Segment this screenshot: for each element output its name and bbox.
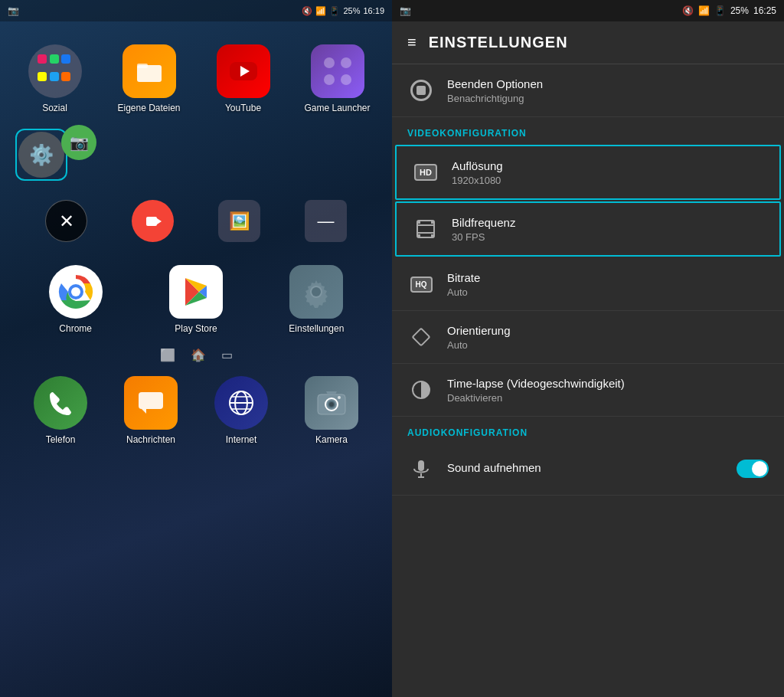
settings-title: EINSTELLUNGEN — [429, 34, 568, 51]
timelapse-text: Time-lapse (Videogeschwindigkeit) Deakti… — [447, 377, 769, 404]
rotate-svg — [410, 326, 432, 348]
app-label-kamera: Kamera — [315, 434, 348, 445]
settings-teal-border: ⚙️ — [15, 129, 67, 181]
nachrichten-icon — [124, 376, 178, 430]
kamera-icon — [305, 376, 358, 430]
settings-item-bildfrequenz[interactable]: Bildfrequenz 30 FPS — [395, 201, 781, 257]
aufloesung-title: Auflösung — [452, 159, 764, 172]
film-icon — [412, 215, 439, 243]
controls-row: ✕ 🖼️ — — [0, 196, 392, 250]
hq-icon: HQ — [407, 270, 435, 298]
bildfrequenz-subtitle: 30 FPS — [452, 231, 764, 243]
bottom-dock: Telefon Nachrichten — [0, 368, 392, 460]
mute-icon: 🔇 — [302, 6, 312, 16]
svg-rect-1 — [137, 64, 148, 68]
folder-grid — [38, 54, 72, 89]
svg-point-5 — [341, 57, 351, 68]
svg-rect-40 — [413, 329, 430, 346]
bitrate-subtitle: Auto — [447, 286, 769, 298]
folder-app-3 — [61, 54, 70, 64]
app-kamera[interactable]: Kamera — [289, 376, 374, 445]
mic-icon — [407, 455, 435, 483]
app-label-eigene-dateien: Eigene Dateien — [117, 103, 180, 113]
orientierung-text: Orientierung Auto — [447, 324, 769, 351]
app-label-chrome: Chrome — [59, 323, 92, 334]
orientierung-title: Orientierung — [447, 324, 769, 337]
camera-svg — [315, 387, 348, 419]
nav-recent[interactable]: ▭ — [221, 348, 233, 362]
app-eigene-dateien[interactable]: Eigene Dateien — [107, 44, 191, 113]
eigene-dateien-icon — [122, 44, 176, 98]
app-sozial[interactable]: Sozial — [13, 44, 97, 113]
time-left: 16:19 — [363, 6, 384, 15]
green-camera-button[interactable]: 📷 — [61, 125, 96, 160]
settings-item-sound[interactable]: Sound aufnehmen — [392, 443, 784, 496]
app-nachrichten[interactable]: Nachrichten — [109, 376, 193, 445]
settings-item-beenden[interactable]: Beenden Optionen Benachrichtigung — [392, 64, 784, 117]
svg-rect-38 — [417, 234, 420, 237]
settings-container[interactable]: ⚙️ — [15, 129, 67, 181]
halfcircle-svg — [410, 379, 432, 401]
sound-toggle[interactable] — [737, 460, 769, 478]
stop-circle — [410, 80, 432, 101]
svg-point-19 — [312, 287, 321, 296]
right-signal-icon: 📱 — [714, 5, 726, 16]
settings-item-bitrate[interactable]: HQ Bitrate Auto — [392, 258, 784, 311]
record-button[interactable] — [132, 200, 174, 242]
apps-row-1: Sozial Eigene Dateien — [0, 21, 392, 121]
mic-svg — [410, 458, 432, 479]
youtube-svg — [227, 54, 260, 88]
settings-icon: ⚙️ — [18, 132, 64, 178]
bitrate-title: Bitrate — [447, 271, 769, 284]
close-button[interactable]: ✕ — [45, 200, 87, 242]
svg-point-31 — [329, 402, 334, 407]
settings-list: Beenden Optionen Benachrichtigung VIDEOK… — [392, 64, 784, 697]
minus-bar[interactable]: — — [305, 200, 347, 242]
app-telefon[interactable]: Telefon — [18, 376, 103, 445]
apps-row-2: Chrome Play Store — [0, 257, 392, 342]
app-game-launcher[interactable]: Game Launcher — [296, 44, 380, 113]
home-screen: Sozial Eigene Dateien — [0, 21, 392, 697]
halfcircle-icon — [407, 376, 435, 404]
nav-bar: ⬜ 🏠 ▭ — [0, 342, 392, 368]
battery-left: 25% — [343, 6, 360, 15]
internet-svg — [226, 388, 256, 418]
gallery-icon[interactable]: 🖼️ — [218, 200, 260, 242]
hamburger-icon[interactable]: ≡ — [407, 34, 416, 51]
section-audio: AUDIOKONFIGURATION — [392, 417, 784, 443]
settings-item-timelapse[interactable]: Time-lapse (Videogeschwindigkeit) Deakti… — [392, 364, 784, 417]
app-internet[interactable]: Internet — [199, 376, 283, 445]
section-video: VIDEOKONFIGURATION — [392, 117, 784, 143]
svg-rect-37 — [431, 221, 434, 224]
telefon-icon — [34, 376, 87, 430]
right-status-right: 🔇 📶 📱 25% 16:25 — [682, 5, 776, 16]
app-label-internet: Internet — [226, 434, 257, 445]
right-wifi-icon: 📶 — [698, 5, 710, 16]
left-panel: 📷 🔇 📶 📱 25% 16:19 — [0, 0, 392, 697]
beenden-text: Beenden Optionen Benachrichtigung — [447, 77, 769, 104]
hd-badge: HD — [414, 164, 437, 181]
settings-item-orientierung[interactable]: Orientierung Auto — [392, 311, 784, 364]
nav-home[interactable]: 🏠 — [191, 348, 206, 362]
left-status-right: 🔇 📶 📱 25% 16:19 — [302, 6, 384, 16]
app-play-store[interactable]: Play Store — [154, 265, 238, 334]
svg-rect-42 — [418, 460, 424, 471]
app-label-telefon: Telefon — [46, 434, 76, 445]
play-store-icon — [169, 265, 223, 319]
svg-point-32 — [338, 396, 341, 399]
orientierung-subtitle: Auto — [447, 339, 769, 351]
sound-text: Sound aufnehmen — [447, 461, 724, 476]
files-svg — [134, 56, 165, 87]
settings-item-aufloesung[interactable]: HD Auflösung 1920x1080 — [395, 145, 781, 200]
sound-title: Sound aufnehmen — [447, 461, 724, 474]
app-einstellungen[interactable]: Einstellungen — [274, 265, 358, 334]
right-time: 16:25 — [753, 5, 776, 16]
folder-app-4 — [38, 72, 47, 81]
bitrate-text: Bitrate Auto — [447, 271, 769, 298]
game-launcher-icon — [311, 44, 364, 98]
svg-marker-21 — [142, 409, 146, 414]
app-youtube[interactable]: YouTube — [201, 44, 286, 113]
nav-back[interactable]: ⬜ — [160, 348, 175, 362]
app-chrome[interactable]: Chrome — [34, 265, 118, 334]
rotate-icon — [407, 323, 435, 351]
